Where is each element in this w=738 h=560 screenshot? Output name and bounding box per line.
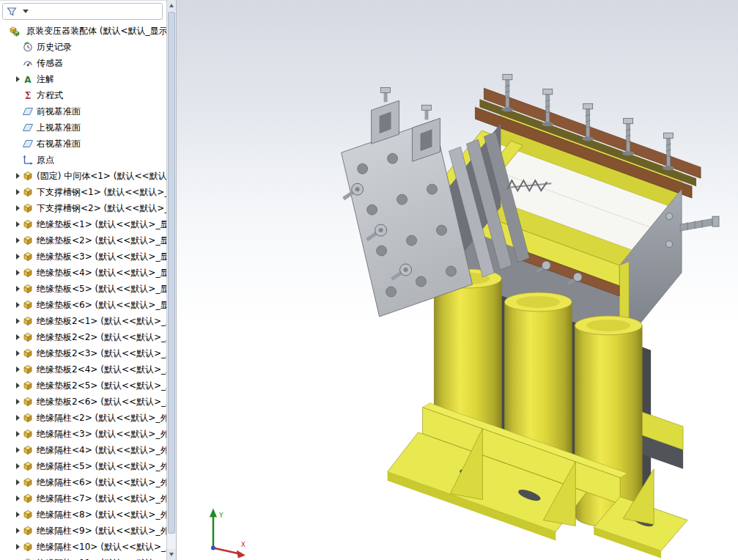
tree-item-20[interactable]: 绝缘垫板2<3> (默认<<默认>_显 bbox=[0, 345, 166, 361]
expand-arrow-icon[interactable] bbox=[16, 479, 20, 485]
tree-item-label: 方程式 bbox=[37, 89, 63, 102]
plane-icon bbox=[22, 106, 34, 117]
tree-item-label: 上视基准面 bbox=[37, 122, 81, 134]
filter-dropdown-icon[interactable] bbox=[23, 10, 29, 13]
tree-item-label: 绝缘垫板2<5> (默认<<默认>_显 bbox=[37, 380, 166, 392]
expand-arrow-icon[interactable] bbox=[16, 415, 20, 421]
expand-arrow-icon[interactable] bbox=[16, 528, 20, 534]
feature-tree: 原装变压器装配体 (默认<默认_显示 历史记录传感器A注解Σ方程式前视基准面上视… bbox=[0, 23, 166, 560]
tree-item-24[interactable]: 绝缘隔柱<2> (默认<<默认>_外 bbox=[0, 410, 166, 426]
tree-item-25[interactable]: 绝缘隔柱<3> (默认<<默认>_外 bbox=[0, 426, 166, 442]
annotations-icon: A bbox=[22, 73, 34, 85]
tree-item-12[interactable]: 绝缘垫板<1> (默认<<默认>_显 bbox=[0, 216, 166, 232]
expand-arrow-icon[interactable] bbox=[16, 205, 20, 211]
expand-arrow-icon[interactable] bbox=[16, 221, 20, 227]
tree-item-8[interactable]: 原点 bbox=[0, 152, 166, 168]
expand-arrow-icon[interactable] bbox=[16, 431, 20, 437]
plane-icon bbox=[22, 138, 34, 150]
part-icon bbox=[22, 315, 34, 327]
tree-item-13[interactable]: 绝缘垫板<2> (默认<<默认>_显 bbox=[0, 232, 166, 248]
tree-item-11[interactable]: 下支撑槽钢<2> (默认<<默认>_ bbox=[0, 200, 166, 216]
tree-root-label: 原装变压器装配体 (默认<默认_显示 bbox=[26, 25, 166, 37]
tree-item-4[interactable]: Σ方程式 bbox=[0, 87, 166, 103]
svg-text:Σ: Σ bbox=[25, 91, 31, 101]
tree-item-5[interactable]: 前视基准面 bbox=[0, 103, 166, 119]
tree-root-item[interactable]: 原装变压器装配体 (默认<默认_显示 bbox=[0, 23, 166, 39]
expand-arrow-icon[interactable] bbox=[16, 399, 20, 405]
expand-arrow-icon[interactable] bbox=[16, 237, 20, 243]
tree-item-label: 右视基准面 bbox=[37, 138, 81, 150]
tree-item-1[interactable]: 历史记录 bbox=[0, 39, 166, 55]
tree-item-16[interactable]: 绝缘垫板<5> (默认<<默认>_显 bbox=[0, 281, 166, 297]
expand-arrow-icon[interactable] bbox=[16, 383, 20, 388]
tree-item-18[interactable]: 绝缘垫板2<1> (默认<<默认>_显 bbox=[0, 313, 166, 329]
expand-arrow-icon[interactable] bbox=[16, 173, 20, 179]
tree-item-label: 绝缘垫板<6> (默认<<默认>_显 bbox=[37, 299, 166, 312]
tree-item-label: 绝缘垫板<1> (默认<<默认>_显 bbox=[37, 218, 166, 231]
tree-item-label: 绝缘垫板2<2> (默认<<默认>_显 bbox=[37, 331, 166, 344]
expand-arrow-icon[interactable] bbox=[16, 447, 20, 453]
tree-item-30[interactable]: 绝缘隔柱<8> (默认<<默认>_外 bbox=[0, 506, 166, 523]
tree-item-label: 绝缘隔柱<10> (默认<<默认>_夕 bbox=[37, 541, 166, 553]
expand-arrow-icon[interactable] bbox=[16, 334, 20, 340]
tree-item-14[interactable]: 绝缘垫板<3> (默认<<默认>_显 bbox=[0, 248, 166, 265]
expand-arrow-icon[interactable] bbox=[16, 286, 20, 292]
expand-arrow-icon[interactable] bbox=[16, 76, 20, 82]
tree-item-label: 绝缘垫板2<6> (默认<<默认>_显 bbox=[37, 396, 166, 408]
expand-arrow-icon[interactable] bbox=[16, 189, 20, 195]
tree-item-33[interactable]: 绝缘隔柱<11> (默认<<默认 bbox=[0, 555, 166, 560]
tree-item-7[interactable]: 右视基准面 bbox=[0, 136, 166, 152]
tree-item-19[interactable]: 绝缘垫板2<2> (默认<<默认>_显 bbox=[0, 329, 166, 345]
funnel-icon[interactable] bbox=[6, 6, 18, 18]
expand-arrow-icon[interactable] bbox=[16, 495, 20, 501]
scroll-up-icon[interactable] bbox=[167, 0, 176, 11]
expand-arrow-icon[interactable] bbox=[16, 270, 20, 276]
tree-item-label: 原点 bbox=[37, 154, 54, 166]
tree-item-29[interactable]: 绝缘隔柱<7> (默认<<默认>_外 bbox=[0, 490, 166, 506]
tree-item-17[interactable]: 绝缘垫板<6> (默认<<默认>_显 bbox=[0, 297, 166, 313]
feature-tree-items: 历史记录传感器A注解Σ方程式前视基准面上视基准面右视基准面原点(固定) 中间体<… bbox=[0, 39, 166, 560]
tree-item-27[interactable]: 绝缘隔柱<5> (默认<<默认>_外 bbox=[0, 458, 166, 474]
part-icon bbox=[22, 235, 34, 246]
tree-item-22[interactable]: 绝缘垫板2<5> (默认<<默认>_显 bbox=[0, 377, 166, 394]
scrollbar-thumb[interactable] bbox=[168, 12, 175, 534]
part-icon bbox=[22, 396, 34, 408]
expand-arrow-icon[interactable] bbox=[16, 318, 20, 324]
tree-item-23[interactable]: 绝缘垫板2<6> (默认<<默认>_显 bbox=[0, 394, 166, 410]
scroll-down-icon[interactable] bbox=[167, 549, 176, 560]
part-icon bbox=[22, 412, 34, 424]
tree-item-9[interactable]: (固定) 中间体<1> (默认<<默认 bbox=[0, 168, 166, 184]
part-icon bbox=[22, 299, 34, 311]
expand-arrow-icon[interactable] bbox=[16, 302, 20, 308]
expand-arrow-icon[interactable] bbox=[16, 366, 20, 372]
tree-item-label: 下支撑槽钢<1> (默认<<默认>_ bbox=[37, 186, 166, 199]
tree-item-label: 绝缘垫板<2> (默认<<默认>_显 bbox=[37, 235, 166, 247]
filter-box[interactable] bbox=[2, 3, 163, 20]
tree-item-label: 下支撑槽钢<2> (默认<<默认>_ bbox=[37, 202, 166, 215]
tree-item-15[interactable]: 绝缘垫板<4> (默认<<默认>_显 bbox=[0, 265, 166, 281]
tree-item-26[interactable]: 绝缘隔柱<4> (默认<<默认>_外 bbox=[0, 442, 166, 458]
tie-rod bbox=[680, 218, 714, 231]
tree-item-21[interactable]: 绝缘垫板2<4> (默认<<默认>_显 bbox=[0, 361, 166, 377]
expand-arrow-icon[interactable] bbox=[16, 463, 20, 469]
tree-item-10[interactable]: 下支撑槽钢<1> (默认<<默认>_ bbox=[0, 184, 166, 200]
expand-arrow-icon[interactable] bbox=[16, 350, 20, 356]
tree-scrollbar[interactable] bbox=[166, 0, 176, 560]
tree-item-32[interactable]: 绝缘隔柱<10> (默认<<默认>_夕 bbox=[0, 539, 166, 555]
assembly-icon bbox=[9, 25, 21, 37]
triad-y-label: Y bbox=[218, 512, 224, 519]
tree-item-28[interactable]: 绝缘隔柱<6> (默认<<默认>_外 bbox=[0, 474, 166, 490]
expand-arrow-icon[interactable] bbox=[16, 254, 20, 259]
tree-item-6[interactable]: 上视基准面 bbox=[0, 119, 166, 136]
part-icon bbox=[22, 428, 34, 440]
part-icon bbox=[22, 525, 34, 537]
tree-item-label: 绝缘隔柱<3> (默认<<默认>_外 bbox=[37, 428, 166, 441]
graphics-viewport[interactable]: Y X bbox=[176, 0, 738, 560]
tree-item-3[interactable]: A注解 bbox=[0, 71, 166, 87]
expand-arrow-icon[interactable] bbox=[16, 544, 20, 550]
transformer-model[interactable]: Y X bbox=[177, 0, 738, 560]
part-icon bbox=[22, 331, 34, 343]
tree-item-2[interactable]: 传感器 bbox=[0, 55, 166, 71]
tree-item-31[interactable]: 绝缘隔柱<9> (默认<<默认>_外 bbox=[0, 523, 166, 539]
expand-arrow-icon[interactable] bbox=[16, 512, 20, 517]
